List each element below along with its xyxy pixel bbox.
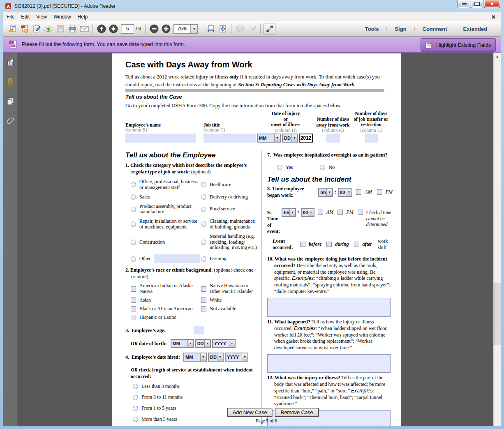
birth-month-select[interactable]: MM▼ [171,339,194,348]
chevron-down-icon[interactable]: ▼ [200,353,206,361]
chevron-down-icon[interactable]: ▼ [346,189,351,196]
restore-button[interactable] [471,0,483,8]
cloud-upload-button[interactable] [43,23,54,35]
employee-name-field[interactable] [125,134,196,143]
checkbox[interactable] [131,298,136,303]
radio-button[interactable] [131,240,136,245]
highlight-existing-fields-button[interactable]: Highlight Existing Fields [421,38,496,52]
checkbox[interactable] [201,286,206,292]
zoom-in-button[interactable] [160,23,171,35]
tab-comment[interactable]: Comment [414,26,455,32]
radio-option[interactable]: Delivery or driving [201,194,257,200]
chevron-down-icon[interactable]: ▼ [274,134,280,142]
employee-age-field[interactable] [194,326,204,334]
menu-help[interactable]: Help [74,13,91,21]
radio-button[interactable] [133,395,138,400]
checkbox-am[interactable]: AM [356,189,372,195]
checkbox[interactable] [338,210,343,215]
checkbox[interactable] [131,286,136,292]
radio-button[interactable] [131,194,136,200]
birth-year-select[interactable]: YYYY▼ [212,339,236,348]
radio-button[interactable] [131,182,136,187]
scrollbar-thumb[interactable] [494,283,501,345]
radio-button[interactable] [201,207,206,212]
checkbox-during[interactable]: during [326,242,349,247]
radio-option[interactable]: Construction [131,234,201,251]
checkbox-option[interactable]: White [201,298,257,303]
radio-button[interactable] [320,165,325,170]
radio-option[interactable]: Product assembly, product manufacture [131,204,201,215]
zoom-level-select[interactable]: 75% ▼ [173,24,198,34]
menu-window[interactable]: Window [50,13,74,21]
checkbox[interactable] [131,315,136,320]
radio-button[interactable] [277,165,282,170]
pages-icon[interactable] [6,97,14,106]
hired-day-select[interactable]: DD▼ [208,353,224,362]
radio-option[interactable]: From 3 to 11 months [133,394,257,400]
radio-option[interactable]: Farming [201,254,257,263]
checkbox[interactable] [131,306,136,311]
radio-button[interactable] [131,256,136,262]
sign-document-button[interactable] [31,23,42,35]
radio-button[interactable] [201,182,206,187]
chevron-down-icon[interactable]: ▼ [289,209,295,216]
radio-button[interactable] [201,256,206,262]
radio-option-yes[interactable]: Yes [277,165,293,171]
q11-answer-field[interactable] [267,354,391,373]
menu-view[interactable]: View [33,13,50,21]
radio-option[interactable]: Healthcare [201,179,257,191]
scroll-up-icon[interactable]: ▲ [494,53,501,60]
checkbox-pm[interactable]: PM [338,210,353,215]
checkbox-option[interactable]: Hispanic or Latino [131,315,201,321]
checkbox[interactable] [354,242,359,247]
checkbox-option[interactable]: Black or African American [131,306,201,312]
menu-edit[interactable]: Edit [18,13,33,21]
print-button[interactable] [67,23,78,35]
checkbox-time-cannot-be-determined[interactable]: Check if time cannot be determined [358,210,393,228]
create-pdf-button[interactable] [19,23,30,35]
radio-option-other[interactable]: Other [131,254,201,263]
checkbox[interactable] [201,298,206,303]
radio-option[interactable]: Cleaning, maintenance of building, groun… [201,219,257,230]
q10-answer-field[interactable] [267,298,391,317]
checkbox[interactable] [300,242,305,247]
hired-month-select[interactable]: MM▼ [183,353,207,362]
email-button[interactable] [79,23,90,35]
fullscreen-button[interactable] [264,23,275,35]
radio-option[interactable]: Office, professional, business or manage… [131,179,201,191]
radio-button[interactable] [201,194,206,200]
radio-button[interactable] [201,240,206,245]
checkbox[interactable] [356,189,361,195]
radio-button[interactable] [133,406,138,411]
radio-option[interactable]: Sales [131,194,201,200]
checkbox-before[interactable]: before [300,242,321,247]
birth-day-select[interactable]: DD▼ [195,339,211,348]
other-category-field[interactable] [154,254,200,263]
fit-page-button[interactable] [217,23,228,35]
chevron-down-icon[interactable]: ▼ [229,340,235,347]
remove-case-button[interactable]: Remove Case [275,408,318,417]
checkbox-option[interactable]: Not available [201,306,257,312]
close-button[interactable]: ✕ [484,0,500,8]
security-lock-icon[interactable] [6,77,14,87]
began-minute-select[interactable]: 00▼ [338,188,353,197]
checkbox[interactable] [201,306,206,311]
chevron-down-icon[interactable]: ▼ [242,353,247,361]
checkbox-after[interactable]: after [354,242,372,247]
checkbox-am[interactable]: AM [318,210,333,215]
previous-page-button[interactable] [96,23,107,35]
event-hour-select[interactable]: hh▼ [282,208,296,217]
radio-option-no[interactable]: No [320,165,335,171]
chevron-down-icon[interactable]: ▼ [308,209,314,216]
menu-file[interactable]: File [3,13,18,21]
chevron-down-icon[interactable]: ▼ [204,340,210,347]
radio-option[interactable]: Repair, installation or service of machi… [131,219,201,230]
minimize-button[interactable] [458,0,470,8]
page-thumbnails-icon[interactable] [6,58,14,67]
injury-month-select[interactable]: MM▼ [257,134,281,143]
tab-sign[interactable]: Sign [386,26,414,32]
radio-button[interactable] [131,207,136,212]
fit-width-button[interactable] [205,23,216,35]
tab-extended[interactable]: Extended [455,26,495,32]
radio-option[interactable]: Food service [201,204,257,215]
